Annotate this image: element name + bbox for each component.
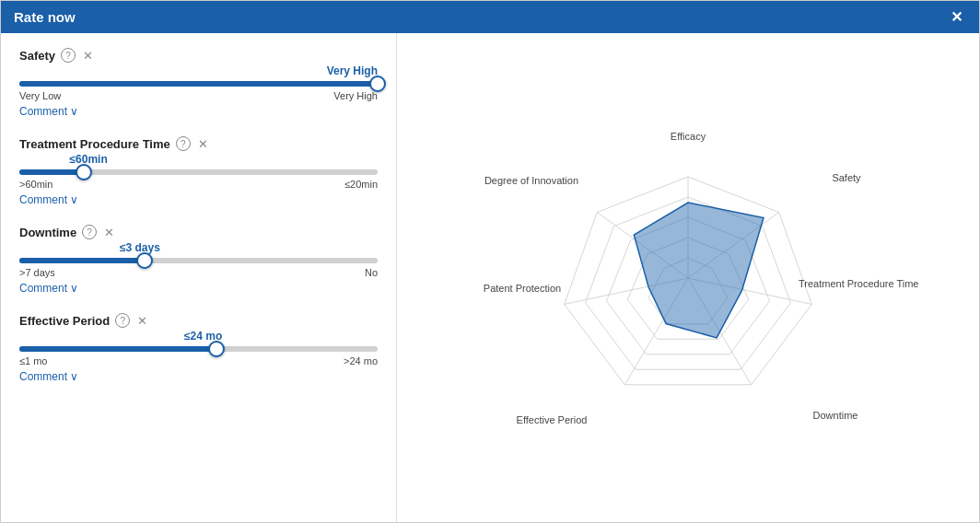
treatment-slider-labels: >60min ≤20min	[19, 179, 378, 190]
safety-title: Safety	[19, 49, 55, 63]
effective-header: Effective Period ? ✕	[19, 313, 378, 328]
safety-close-icon[interactable]: ✕	[83, 49, 93, 63]
safety-slider-container: Very High	[19, 81, 378, 87]
downtime-value-label: ≤3 days	[120, 241, 160, 254]
effective-close-icon[interactable]: ✕	[137, 314, 147, 328]
treatment-title: Treatment Procedure Time	[19, 137, 170, 151]
treatment-slider-container: ≤60min	[19, 169, 378, 175]
radar-label-treatment: Treatment Procedure Time	[799, 278, 909, 289]
effective-slider-track[interactable]	[19, 346, 378, 352]
effective-comment-link[interactable]: Comment ∨	[19, 370, 78, 383]
treatment-value-label: ≤60min	[69, 153, 107, 166]
dialog-rate-now: Rate now ✕ Safety ? ✕ Very High	[0, 0, 980, 523]
safety-comment-link[interactable]: Comment ∨	[19, 105, 78, 118]
safety-help-icon[interactable]: ?	[61, 48, 76, 63]
safety-section: Safety ? ✕ Very High Very Low Very High …	[19, 48, 378, 118]
downtime-slider-fill	[19, 258, 145, 263]
effective-slider-container: ≤24 mo	[19, 346, 378, 352]
left-panel: Safety ? ✕ Very High Very Low Very High …	[1, 33, 397, 522]
treatment-label-left: >60min	[19, 179, 52, 190]
dialog-title: Rate now	[14, 9, 76, 25]
safety-slider-fill	[19, 81, 378, 87]
downtime-slider-track[interactable]	[19, 258, 378, 263]
dialog-close-button[interactable]: ✕	[947, 8, 966, 26]
right-panel: .radar-grid { fill: none; stroke: #ccc; …	[397, 33, 979, 522]
effective-slider-thumb[interactable]	[208, 341, 225, 357]
effective-title: Effective Period	[19, 314, 110, 328]
treatment-help-icon[interactable]: ?	[176, 136, 191, 151]
downtime-comment-link[interactable]: Comment ∨	[19, 282, 78, 295]
downtime-slider-labels: >7 days No	[19, 267, 378, 278]
effective-label-right: >24 mo	[344, 355, 378, 366]
safety-slider-track[interactable]	[19, 81, 378, 87]
downtime-label-left: >7 days	[19, 267, 55, 278]
downtime-section: Downtime ? ✕ ≤3 days >7 days No Comment …	[19, 225, 378, 295]
effective-label-left: ≤1 mo	[19, 355, 48, 366]
effective-slider-fill	[19, 346, 216, 352]
safety-label-right: Very High	[333, 90, 378, 101]
effective-help-icon[interactable]: ?	[115, 313, 130, 328]
radar-data-shape	[634, 203, 764, 338]
safety-header: Safety ? ✕	[19, 48, 378, 63]
safety-label-left: Very Low	[19, 90, 61, 101]
dialog-body: Safety ? ✕ Very High Very Low Very High …	[1, 33, 979, 522]
treatment-label-right: ≤20min	[344, 179, 378, 190]
treatment-section: Treatment Procedure Time ? ✕ ≤60min >60m…	[19, 136, 378, 206]
radar-label-safety: Safety	[810, 172, 883, 183]
treatment-comment-link[interactable]: Comment ∨	[19, 193, 78, 206]
downtime-title: Downtime	[19, 226, 76, 239]
effective-section: Effective Period ? ✕ ≤24 mo ≤1 mo >24 mo…	[19, 313, 378, 383]
radar-label-downtime: Downtime	[799, 410, 872, 421]
radar-chart: .radar-grid { fill: none; stroke: #ccc; …	[467, 76, 909, 481]
downtime-close-icon[interactable]: ✕	[104, 226, 114, 239]
treatment-close-icon[interactable]: ✕	[198, 137, 208, 151]
dialog-header: Rate now ✕	[1, 1, 979, 33]
downtime-slider-container: ≤3 days	[19, 258, 378, 263]
treatment-header: Treatment Procedure Time ? ✕	[19, 136, 378, 151]
downtime-slider-thumb[interactable]	[136, 252, 153, 269]
treatment-slider-thumb[interactable]	[76, 164, 92, 180]
radar-label-efficacy: Efficacy	[642, 131, 734, 142]
safety-slider-thumb[interactable]	[369, 76, 386, 92]
radar-label-effective: Effective Period	[506, 414, 598, 425]
treatment-slider-track[interactable]	[19, 169, 378, 175]
downtime-header: Downtime ? ✕	[19, 225, 378, 239]
effective-slider-labels: ≤1 mo >24 mo	[19, 355, 378, 366]
safety-value-label: Very High	[327, 64, 378, 77]
radar-label-innovation: Degree of Innovation	[476, 175, 587, 186]
treatment-slider-fill	[19, 169, 84, 175]
safety-slider-labels: Very Low Very High	[19, 90, 378, 101]
downtime-help-icon[interactable]: ?	[82, 225, 97, 239]
downtime-label-right: No	[365, 267, 378, 278]
radar-label-patent: Patent Protection	[472, 283, 573, 294]
